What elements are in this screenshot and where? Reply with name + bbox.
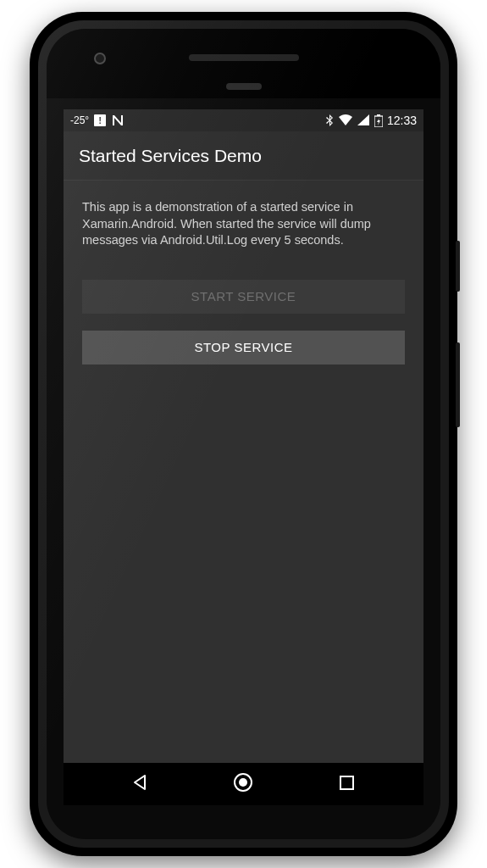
- earpiece-speaker: [189, 54, 299, 61]
- phone-bezel: -25° !: [38, 20, 449, 848]
- battery-charging-icon: [374, 114, 383, 127]
- nav-recents-button[interactable]: [321, 775, 372, 794]
- device-side-button: [456, 342, 460, 427]
- front-camera-icon: [94, 53, 106, 64]
- phone-inner-bezel: -25° !: [47, 29, 440, 839]
- svg-rect-1: [377, 114, 380, 116]
- navigation-bar: [64, 763, 423, 805]
- proximity-sensor: [226, 83, 262, 90]
- android-n-icon: [111, 114, 126, 126]
- stop-service-button[interactable]: STOP SERVICE: [82, 331, 405, 364]
- phone-top-bezel: [47, 29, 440, 98]
- main-content: This app is a demonstration of a started…: [64, 181, 423, 364]
- status-bar[interactable]: -25° !: [64, 109, 423, 131]
- wifi-icon: [338, 114, 353, 126]
- app-bar: Started Services Demo: [64, 131, 423, 181]
- nav-back-button[interactable]: [115, 774, 166, 794]
- app-title: Started Services Demo: [79, 146, 262, 166]
- home-circle-icon: [233, 772, 253, 796]
- notification-alert-icon: !: [94, 114, 106, 126]
- cell-signal-icon: [357, 114, 370, 126]
- device-side-button: [456, 241, 460, 292]
- status-bar-left: -25° !: [70, 114, 126, 126]
- start-service-button[interactable]: START SERVICE: [82, 280, 405, 314]
- phone-screen: -25° !: [64, 109, 423, 763]
- app-description-text: This app is a demonstration of a started…: [82, 199, 405, 249]
- back-triangle-icon: [132, 774, 149, 794]
- recents-square-icon: [339, 775, 355, 794]
- temperature-indicator: -25°: [70, 114, 89, 126]
- phone-device-frame: -25° !: [30, 12, 457, 856]
- status-bar-right: 12:33: [325, 114, 417, 127]
- svg-point-3: [239, 778, 247, 787]
- svg-rect-4: [340, 776, 353, 789]
- bluetooth-icon: [325, 114, 334, 127]
- status-clock: 12:33: [387, 114, 417, 127]
- nav-home-button[interactable]: [218, 772, 268, 796]
